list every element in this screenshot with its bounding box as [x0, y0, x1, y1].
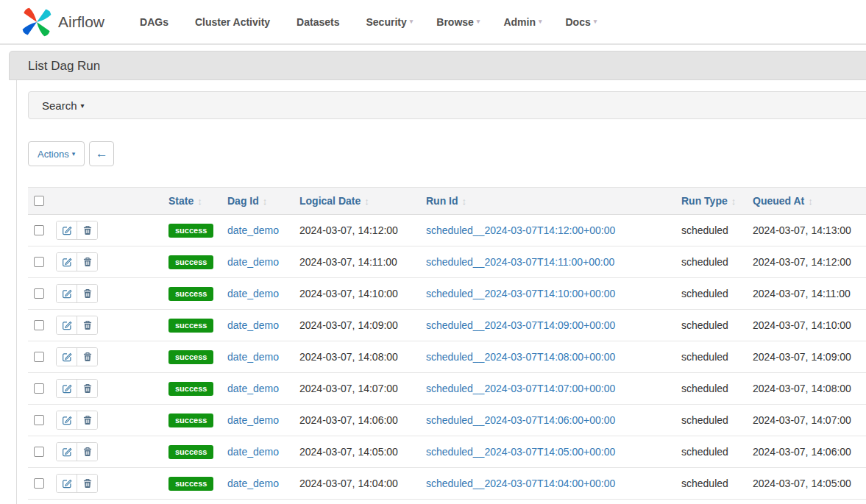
dag-id-link[interactable]: date_demo — [227, 319, 279, 331]
edit-button[interactable] — [57, 316, 77, 334]
edit-button[interactable] — [57, 380, 77, 397]
edit-button[interactable] — [57, 348, 77, 366]
row-checkbox[interactable] — [34, 320, 44, 330]
row-checkbox[interactable] — [34, 352, 44, 362]
column-header-state[interactable]: State↕ — [163, 188, 221, 215]
dag-id-cell: date_demo — [221, 373, 294, 405]
run-type-cell: scheduled — [675, 246, 747, 278]
back-button[interactable]: ← — [89, 141, 114, 166]
row-select-cell — [28, 436, 50, 468]
dag-id-link[interactable]: date_demo — [227, 446, 279, 458]
nav-item-cluster-activity[interactable]: Cluster Activity — [183, 16, 285, 28]
run-id-cell: scheduled__2024-03-07T14:08:00+00:00 — [420, 341, 675, 373]
delete-button[interactable] — [77, 316, 97, 334]
dag-run-table: State↕ Dag Id↕ Logical Date↕ Run Id↕ Run… — [28, 187, 866, 504]
delete-button[interactable] — [77, 380, 97, 397]
run-id-cell: scheduled__2024-03-07T14:05:00+00:00 — [420, 436, 675, 468]
run-id-link[interactable]: scheduled__2024-03-07T14:06:00+00:00 — [426, 414, 615, 426]
run-id-link[interactable]: scheduled__2024-03-07T14:08:00+00:00 — [426, 351, 615, 363]
column-label: Run Type — [681, 195, 728, 207]
run-id-cell: scheduled__2024-03-07T14:07:00+00:00 — [420, 373, 675, 405]
run-id-cell: scheduled__2024-03-07T14:11:00+00:00 — [420, 246, 675, 278]
nav-item-label: DAGs — [140, 16, 168, 28]
delete-button[interactable] — [77, 443, 97, 461]
row-actions-cell — [50, 278, 163, 310]
run-id-link[interactable]: scheduled__2024-03-07T14:09:00+00:00 — [426, 319, 615, 331]
delete-button[interactable] — [77, 411, 97, 429]
row-checkbox[interactable] — [34, 383, 44, 394]
run-type-cell: scheduled — [675, 215, 747, 246]
edit-button[interactable] — [57, 411, 77, 429]
trash-icon — [82, 415, 93, 425]
run-id-link[interactable]: scheduled__2024-03-07T14:07:00+00:00 — [426, 383, 615, 394]
actions-dropdown-button[interactable]: Actions ▾ — [28, 141, 85, 166]
run-id-link[interactable]: scheduled__2024-03-07T14:10:00+00:00 — [426, 288, 615, 299]
row-select-cell — [28, 278, 50, 310]
edit-button[interactable] — [57, 221, 77, 239]
queued-at-cell: 2024-03-07, 14:10:00 — [747, 310, 866, 341]
row-checkbox[interactable] — [34, 257, 44, 267]
edit-icon — [62, 383, 72, 394]
row-checkbox[interactable] — [34, 478, 44, 489]
nav-item-security[interactable]: Security ▾ — [354, 16, 425, 28]
trash-icon — [82, 352, 93, 362]
delete-button[interactable] — [77, 221, 97, 239]
run-id-cell: scheduled__2024-03-07T14:03:00+00:00 — [420, 500, 675, 504]
edit-button[interactable] — [57, 443, 77, 461]
select-all-checkbox[interactable] — [34, 196, 44, 206]
column-header-dag-id[interactable]: Dag Id↕ — [221, 188, 294, 215]
queued-at-cell: 2024-03-07, 14:04:00 — [747, 500, 866, 504]
table-row: success date_demo 2024-03-07, 14:05:00 s… — [28, 436, 866, 468]
state-cell: success — [163, 373, 221, 405]
trash-icon — [82, 288, 93, 299]
nav-item-datasets[interactable]: Datasets — [285, 16, 354, 28]
queued-at-cell: 2024-03-07, 14:05:00 — [747, 468, 866, 500]
run-type-cell: scheduled — [675, 405, 747, 436]
delete-button[interactable] — [77, 285, 97, 302]
row-actions-cell — [50, 310, 163, 341]
edit-button[interactable] — [57, 285, 77, 302]
column-header-queued-at[interactable]: Queued At↕ — [747, 188, 866, 215]
dag-id-link[interactable]: date_demo — [227, 414, 279, 426]
row-checkbox[interactable] — [34, 415, 44, 425]
airflow-brand[interactable]: Airflow — [21, 6, 104, 38]
dag-id-link[interactable]: date_demo — [227, 224, 279, 236]
nav-item-docs[interactable]: Docs ▾ — [553, 16, 608, 28]
nav-item-dags[interactable]: DAGs — [128, 16, 183, 28]
nav-item-label: Browse — [436, 16, 474, 28]
run-type-cell: scheduled — [675, 310, 747, 341]
run-id-link[interactable]: scheduled__2024-03-07T14:05:00+00:00 — [426, 446, 615, 458]
run-id-cell: scheduled__2024-03-07T14:12:00+00:00 — [420, 215, 675, 246]
table-row: success date_demo 2024-03-07, 14:08:00 s… — [28, 341, 866, 373]
row-checkbox[interactable] — [34, 447, 44, 457]
edit-button[interactable] — [57, 253, 77, 271]
dag-id-link[interactable]: date_demo — [227, 256, 279, 268]
state-cell: success — [163, 341, 221, 373]
run-id-link[interactable]: scheduled__2024-03-07T14:11:00+00:00 — [426, 256, 614, 268]
dag-id-link[interactable]: date_demo — [227, 478, 279, 489]
run-id-link[interactable]: scheduled__2024-03-07T14:04:00+00:00 — [426, 478, 615, 489]
caret-down-icon: ▾ — [410, 18, 414, 25]
search-toggle[interactable]: Search ▾ — [28, 91, 866, 119]
table-row: success date_demo 2024-03-07, 14:11:00 s… — [28, 246, 866, 278]
run-id-link[interactable]: scheduled__2024-03-07T14:12:00+00:00 — [426, 224, 615, 236]
delete-button[interactable] — [77, 348, 97, 366]
nav-item-browse[interactable]: Browse ▾ — [425, 16, 491, 28]
edit-button[interactable] — [57, 475, 77, 492]
state-cell: success — [163, 278, 221, 310]
column-label: Dag Id — [227, 195, 259, 207]
delete-button[interactable] — [77, 475, 97, 492]
column-header-run-type[interactable]: Run Type↕ — [675, 188, 747, 215]
edit-icon — [62, 288, 72, 299]
dag-id-link[interactable]: date_demo — [227, 383, 279, 394]
column-header-run-id[interactable]: Run Id↕ — [420, 188, 675, 215]
state-cell: success — [163, 500, 221, 504]
sort-icon: ↕ — [263, 196, 268, 207]
nav-item-admin[interactable]: Admin ▾ — [491, 16, 553, 28]
delete-button[interactable] — [77, 253, 97, 271]
dag-id-link[interactable]: date_demo — [227, 351, 279, 363]
row-checkbox[interactable] — [34, 225, 44, 235]
dag-id-link[interactable]: date_demo — [227, 288, 279, 299]
row-checkbox[interactable] — [34, 288, 44, 299]
column-header-logical-date[interactable]: Logical Date↕ — [294, 188, 420, 215]
